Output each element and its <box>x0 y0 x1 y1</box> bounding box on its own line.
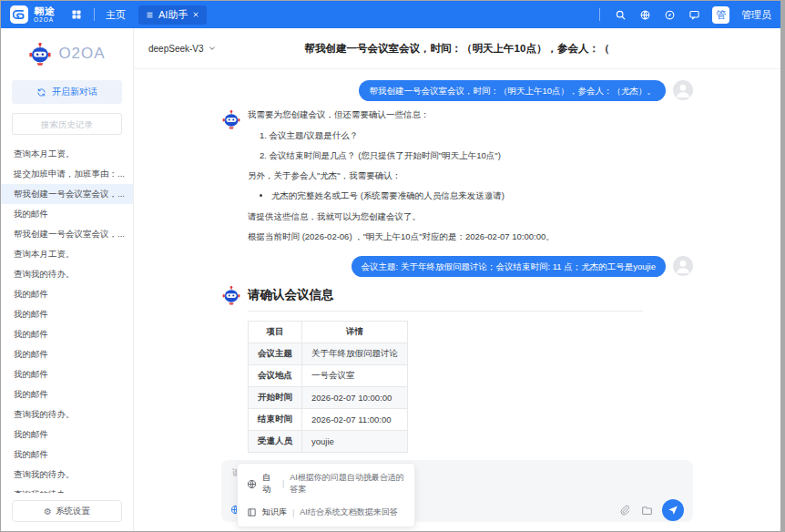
menu-item-auto[interactable]: 自动 | AI根据你的问题自动挑最合适的答案 <box>238 466 414 501</box>
composer-section: 请 自动 | AI根据你的问题自动挑最合适的答案 <box>134 455 780 531</box>
table-header-detail: 详情 <box>302 322 408 343</box>
o2oa-logo-icon[interactable] <box>10 5 28 24</box>
history-item[interactable]: 我的邮件 <box>1 384 133 404</box>
history-item[interactable]: 查询本月工资。 <box>1 144 133 164</box>
history-item[interactable]: 我的邮件 <box>1 344 133 364</box>
new-chat-label: 开启新对话 <box>52 86 97 98</box>
history-item[interactable]: 我的邮件 <box>1 284 133 304</box>
brand: 翱途 O2OA <box>34 6 56 24</box>
new-chat-button[interactable]: 开启新对话 <box>12 80 122 104</box>
ai-paragraph: 根据当前时间 (2026-02-06) ，"明天上午10点"对应的是：2026-… <box>248 230 555 243</box>
conversation-title: 帮我创建一号会议室会议，时间：（明天上午10点），参会人：（ <box>134 42 780 56</box>
settings-label: 系统设置 <box>56 506 90 517</box>
table-cell-key: 会议主题 <box>249 343 302 365</box>
mode-dropdown-menu: 自动 | AI根据你的问题自动挑最合适的答案 知识库 | AI结合系统文档数据来… <box>237 463 415 527</box>
tab-label: AI助手 <box>158 8 188 22</box>
table-row: 会议主题 关于年终放假问题讨论 <box>249 343 408 365</box>
tab-menu-icon <box>146 11 154 19</box>
user-avatar <box>673 256 693 276</box>
user-name[interactable]: 管理员 <box>741 8 771 22</box>
history-item[interactable]: 帮我创建一号会议室会议，... <box>1 224 133 244</box>
menu-divider: | <box>292 508 294 517</box>
composer[interactable]: 请 自动 | AI根据你的问题自动挑最合适的答案 <box>221 460 693 522</box>
history-item[interactable]: 查询我的待办。 <box>1 264 133 284</box>
history-search-input[interactable] <box>12 113 122 135</box>
user-avatar-badge[interactable]: 管 <box>712 6 729 24</box>
globe-icon <box>247 479 257 489</box>
book-icon <box>247 507 257 517</box>
sidebar: O2OA 开启新对话 查询本月工资。 提交加班申请，加班事由：... 帮我创建一… <box>1 28 134 531</box>
table-cell-key: 开始时间 <box>249 387 302 409</box>
topbar-actions: 管 管理员 <box>599 6 771 24</box>
sidebar-brand: O2OA <box>1 28 133 75</box>
folder-icon[interactable] <box>640 504 653 517</box>
ai-message-text: 我需要为您创建会议，但还需要确认一些信息： 1. 会议主题/议题是什么？ 2. … <box>248 108 555 251</box>
send-button[interactable] <box>662 499 684 521</box>
history-item[interactable]: 查询我的待办。 <box>1 465 133 485</box>
user-avatar <box>673 80 693 100</box>
history-item[interactable]: 我的邮件 <box>1 204 133 224</box>
paper-plane-icon <box>668 505 678 516</box>
apps-grid-icon[interactable] <box>70 8 83 21</box>
table-cell-key: 结束时间 <box>249 409 302 431</box>
meeting-confirmation-card: 请确认会议信息 项目 详情 会议主题 关于年终放假问题讨论 <box>248 284 643 455</box>
history-item[interactable]: 提交加班申请，加班事由：... <box>1 164 133 184</box>
history-item[interactable]: 查询我的待办。 <box>1 404 133 425</box>
brand-en: O2OA <box>34 17 56 24</box>
composer-actions <box>618 499 684 521</box>
menu-item-label: 自动 <box>262 472 277 496</box>
main-area: deepSeek-V3 帮我创建一号会议室会议，时间：（明天上午10点），参会人… <box>134 28 780 531</box>
brand-cn: 翱途 <box>34 6 56 16</box>
user-message-row: 帮我创建一号会议室会议，时间：（明天上午10点），参会人：（尤杰）。 <box>221 80 693 101</box>
ai-paragraph: 我需要为您创建会议，但还需要确认一些信息： <box>248 108 555 121</box>
chat-scroll-area[interactable]: 帮我创建一号会议室会议，时间：（明天上午10点），参会人：（尤杰）。 <box>134 69 780 455</box>
topbar-divider <box>94 8 95 21</box>
user-message-bubble: 会议主题: 关于年终放假问题讨论；会议结束时间: 11 点；尤杰的工号是youj… <box>352 256 666 277</box>
model-selector[interactable]: deepSeek-V3 <box>148 44 216 54</box>
chat-header: deepSeek-V3 帮我创建一号会议室会议，时间：（明天上午10点），参会人… <box>134 28 780 69</box>
ai-paragraph: 另外，关于参会人"尤杰"，我需要确认： <box>248 169 555 182</box>
robot-logo-icon <box>28 42 52 66</box>
topbar-right-divider <box>599 8 600 21</box>
table-cell-value: 关于年终放假问题讨论 <box>302 343 408 365</box>
table-header-item: 项目 <box>249 322 302 343</box>
table-cell-value: 2026-02-07 11:00:00 <box>302 409 408 431</box>
topbar: 翱途 O2OA 主页 AI助手 管 <box>1 1 780 28</box>
menu-item-knowledge-base[interactable]: 知识库 | AI结合系统文档数据来回答 <box>238 501 414 524</box>
home-link[interactable]: 主页 <box>106 8 126 22</box>
table-cell-key: 会议地点 <box>249 365 302 387</box>
ai-paragraph: 请提供这些信息，我就可以为您创建会议了。 <box>248 210 555 223</box>
menu-item-desc: AI根据你的问题自动挑最合适的答案 <box>290 472 405 496</box>
history-item-selected[interactable]: 帮我创建一号会议室会议，... <box>1 184 133 204</box>
history-item[interactable]: 我的邮件 <box>1 304 133 324</box>
history-item[interactable]: 我的邮件 <box>1 425 133 445</box>
table-cell-key: 受邀人员 <box>249 431 302 453</box>
table-row: 结束时间 2026-02-07 11:00:00 <box>249 409 408 431</box>
menu-item-label: 知识库 <box>262 506 287 518</box>
language-globe-icon[interactable] <box>638 8 651 21</box>
menu-item-desc: AI结合系统文档数据来回答 <box>300 506 398 518</box>
model-name: deepSeek-V3 <box>148 44 204 54</box>
ai-robot-avatar <box>221 109 241 129</box>
search-icon[interactable] <box>614 8 627 21</box>
system-settings-button[interactable]: ⚙ 系统设置 <box>12 500 122 522</box>
history-item[interactable]: 我的邮件 <box>1 324 133 344</box>
compass-icon[interactable] <box>663 8 676 21</box>
history-item[interactable]: 我的邮件 <box>1 445 133 465</box>
ai-robot-avatar <box>221 285 241 305</box>
sidebar-brand-text: O2OA <box>58 45 105 63</box>
table-row: 开始时间 2026-02-07 10:00:00 <box>249 387 408 409</box>
chevron-down-icon <box>209 45 216 52</box>
feedback-chat-icon[interactable] <box>688 8 700 21</box>
tab-close-icon[interactable] <box>192 11 199 18</box>
meeting-info-table: 项目 详情 会议主题 关于年终放假问题讨论 会议地点 一号会议室 <box>248 321 408 453</box>
table-row: 受邀人员 youjie <box>249 431 408 453</box>
tab-ai-assistant[interactable]: AI助手 <box>138 5 207 25</box>
menu-divider: | <box>282 479 284 488</box>
history-item[interactable]: 我的邮件 <box>1 364 133 384</box>
table-row: 会议地点 一号会议室 <box>249 365 408 387</box>
history-item[interactable]: 查询本月工资。 <box>1 244 133 264</box>
table-cell-value: youjie <box>302 431 408 453</box>
history-item[interactable]: 查询我的待办。 <box>1 485 133 493</box>
attachment-paperclip-icon[interactable] <box>618 504 631 517</box>
